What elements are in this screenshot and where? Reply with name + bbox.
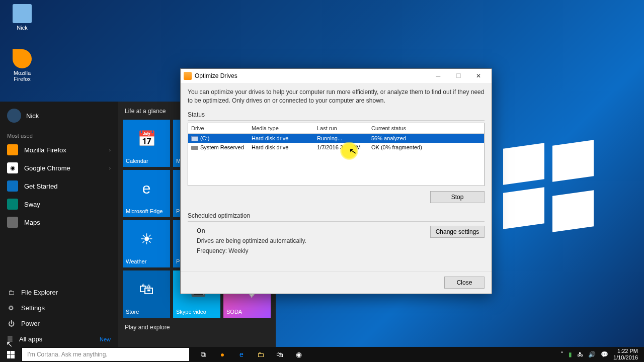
dialog-titlebar[interactable]: Optimize Drives ─ ☐ ✕ [181,69,492,83]
desktop-icon-label: Mozilla Firefox [7,70,37,82]
new-badge: New [100,336,111,342]
play-label: Play and explore [123,324,271,331]
close-button[interactable]: ✕ [468,69,489,83]
taskbar-edge[interactable]: e [233,347,250,362]
cell: 1/7/2016 3:04 PM [314,143,368,152]
sched-freq: Frequency: Weekly [197,247,249,254]
task-view-button[interactable]: ⧉ [195,347,211,362]
cell: Running... [314,134,368,143]
sys-label: File Explorer [21,289,58,296]
cell: System Reserved [200,144,244,150]
col-drive[interactable]: Drive [188,123,249,133]
tile-weather[interactable]: ☀Weather [123,220,170,267]
tray-volume-icon[interactable]: 🔊 [588,351,596,358]
app-label: Sway [24,201,40,208]
col-media[interactable]: Media type [249,123,314,133]
svg-rect-2 [7,354,11,358]
weather-icon: ☀ [140,230,153,248]
tile-label: Microsoft Edge [126,208,167,214]
cell: OK (0% fragmented) [368,143,484,152]
tile-label: Store [126,309,167,315]
tile-label: Skype video [176,309,217,315]
app-item-getstarted[interactable]: Get Started [0,177,118,195]
divider [188,221,485,222]
app-label: Maps [24,219,40,226]
optimize-drives-dialog: Optimize Drives ─ ☐ ✕ You can optimize y… [180,68,492,294]
drive-row-c[interactable]: (C:) Hard disk drive Running... 56% anal… [188,134,484,143]
settings-item[interactable]: ⚙Settings [0,300,118,316]
calendar-icon: 📅 [137,130,156,147]
minimize-button[interactable]: ─ [428,69,448,83]
col-status[interactable]: Current status [368,123,484,133]
grid-header: Drive Media type Last run Current status [188,123,484,134]
drive-row-sysres[interactable]: System Reserved Hard disk drive 1/7/2016… [188,143,484,152]
sched-label: Scheduled optimization [188,212,485,219]
taskbar-file-explorer[interactable]: 🗀 [253,347,269,362]
tile-calendar[interactable]: 📅Calendar [123,120,170,167]
cell: 56% analyzed [368,134,484,143]
file-explorer-item[interactable]: 🗀File Explorer [0,285,118,300]
taskbar: I'm Cortana. Ask me anything. ⧉ ● e 🗀 🛍 … [0,347,644,362]
windows-logo-bg [503,146,594,226]
all-apps-item[interactable]: ☰All appsNew [0,331,118,347]
avatar-icon [7,109,21,123]
change-settings-button[interactable]: Change settings [430,226,485,238]
app-item-chrome[interactable]: ◉Google Chrome› [0,159,118,177]
gear-icon: ⚙ [7,304,15,312]
cortana-search[interactable]: I'm Cortana. Ask me anything. [22,348,189,361]
taskbar-clock[interactable]: 1:22 PM 1/10/2016 [613,348,640,360]
dialog-title: Optimize Drives [195,72,237,79]
file-explorer-icon: 🗀 [7,289,15,296]
cell: Hard disk drive [249,143,314,152]
system-tray: ˄ ▮ 🖧 🔊 💬 1:22 PM 1/10/2016 [560,348,644,360]
svg-rect-1 [11,351,15,354]
tray-chevron-icon[interactable]: ˄ [560,351,564,358]
col-last[interactable]: Last run [314,123,368,133]
taskbar-store[interactable]: 🛍 [272,347,288,362]
drives-grid[interactable]: Drive Media type Last run Current status… [188,123,485,186]
sys-label: All apps [19,335,42,343]
tile-label: SODA [226,309,268,315]
tile-store[interactable]: 🛍Store [123,270,170,318]
clock-time: 1:22 PM [613,348,638,354]
tile-label: Weather [126,258,167,264]
start-left: Nick Most used Mozilla Firefox› ◉Google … [0,102,118,347]
tray-action-center-icon[interactable]: 💬 [601,351,608,358]
chevron-right-icon: › [109,147,111,153]
sched-msg: Drives are being optimized automatically… [197,237,306,244]
desktop-icon-user[interactable]: Nick [7,4,37,31]
sys-label: Power [21,320,40,327]
list-icon: ☰ [7,335,13,343]
desktop-icon-label: Nick [7,25,37,31]
cell: Hard disk drive [249,134,314,143]
maximize-button[interactable]: ☐ [448,69,468,83]
tray-battery-icon[interactable]: ▮ [569,351,572,358]
start-button[interactable] [0,347,21,362]
sway-icon [7,199,18,210]
power-item[interactable]: ⏻Power [0,316,118,331]
getstarted-icon [7,180,18,192]
start-user[interactable]: Nick [0,102,118,130]
power-icon: ⏻ [7,320,15,327]
app-item-sway[interactable]: Sway [0,195,118,213]
close-dialog-button[interactable]: Close [444,277,485,289]
cortana-placeholder: I'm Cortana. Ask me anything. [27,351,108,358]
taskbar-chrome[interactable]: ◉ [291,347,307,362]
sched-on: On [197,227,205,234]
app-item-maps[interactable]: Maps [0,213,118,231]
status-label: Status [188,111,485,118]
cell: (C:) [200,135,209,141]
tile-label: Calendar [126,158,167,164]
svg-rect-3 [11,354,15,358]
drive-icon [191,146,198,150]
most-used-label: Most used [0,130,118,141]
app-item-firefox[interactable]: Mozilla Firefox› [0,141,118,159]
taskbar-firefox[interactable]: ● [214,347,230,362]
store-icon: 🛍 [139,281,154,298]
tray-network-icon[interactable]: 🖧 [577,351,583,358]
stop-button[interactable]: Stop [430,191,485,203]
desktop-icon-firefox[interactable]: Mozilla Firefox [7,49,37,82]
defrag-icon [184,72,192,80]
tile-edge[interactable]: eMicrosoft Edge [123,170,170,217]
chrome-icon: ◉ [7,162,18,173]
